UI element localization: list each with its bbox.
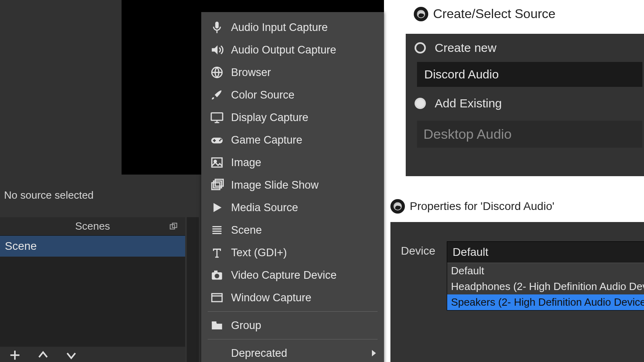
svg-rect-4 (215, 22, 219, 29)
ctx-media-source[interactable]: Media Source (201, 196, 384, 219)
ctx-text-gdi[interactable]: Text (GDI+) (201, 241, 384, 264)
dialog-title: Create/Select Source (433, 6, 555, 21)
ctx-label: Text (GDI+) (231, 247, 287, 259)
dialog-title: Properties for 'Discord Audio' (410, 200, 554, 213)
move-down-icon[interactable] (65, 349, 77, 361)
ctx-color-source[interactable]: Color Source (201, 84, 384, 106)
ctx-label: Image (231, 156, 261, 169)
ctx-image-slide-show[interactable]: Image Slide Show (201, 174, 384, 196)
svg-point-26 (215, 274, 219, 278)
monitor-icon (210, 111, 224, 124)
ctx-window-capture[interactable]: Window Capture (201, 286, 384, 309)
ctx-label: Scene (231, 224, 262, 237)
source-name-input[interactable]: Discord Audio (417, 62, 642, 87)
properties-dialog: Device Default Default Headphones (2- Hi… (390, 222, 644, 362)
ctx-audio-output-capture[interactable]: Audio Output Capture (201, 39, 384, 61)
ctx-label: Window Capture (231, 292, 312, 304)
svg-rect-27 (214, 271, 218, 272)
ctx-separator (208, 311, 378, 312)
scenes-panel-header: Scenes (0, 217, 185, 236)
radio-add-existing[interactable]: Add Existing (406, 87, 644, 117)
sources-panel-edge (187, 217, 199, 362)
stack-icon (210, 178, 224, 192)
ctx-browser[interactable]: Browser (201, 61, 384, 84)
blank-icon (210, 346, 224, 360)
scenes-list[interactable]: Scene (0, 236, 185, 356)
ctx-label: Video Capture Device (231, 269, 336, 282)
properties-dialog-header: Properties for 'Discord Audio' (390, 199, 554, 214)
ctx-label: Deprecated (231, 347, 287, 360)
svg-rect-15 (212, 158, 222, 167)
text-icon (210, 246, 224, 259)
svg-marker-20 (214, 203, 222, 212)
no-source-label: No source selected (4, 189, 94, 202)
move-up-icon[interactable] (37, 349, 49, 361)
ctx-label: Browser (231, 66, 271, 79)
device-label: Device (401, 241, 436, 257)
ctx-label: Color Source (231, 89, 295, 101)
undock-icon[interactable] (169, 222, 178, 231)
device-option[interactable]: Default (447, 263, 644, 279)
ctx-scene[interactable]: Scene (201, 219, 384, 241)
ctx-label: Media Source (231, 202, 298, 214)
window-icon (210, 291, 224, 304)
add-scene-icon[interactable] (9, 349, 21, 361)
radio-label: Create new (435, 41, 496, 55)
svg-point-11 (219, 140, 221, 141)
obs-logo-icon (414, 7, 428, 21)
svg-rect-10 (211, 138, 223, 143)
ctx-label: Group (231, 319, 261, 332)
ctx-label: Audio Input Capture (231, 21, 328, 34)
ctx-video-capture-device[interactable]: Video Capture Device (201, 264, 384, 286)
camera-icon (210, 268, 224, 282)
ctx-audio-input-capture[interactable]: Audio Input Capture (201, 16, 384, 39)
device-option[interactable]: Speakers (2- High Definition Audio Devic… (447, 294, 644, 310)
svg-rect-28 (212, 294, 222, 302)
list-icon (210, 223, 224, 237)
brush-icon (210, 88, 224, 102)
ctx-label: Audio Output Capture (231, 44, 336, 56)
svg-marker-5 (212, 45, 217, 55)
ctx-deprecated[interactable]: Deprecated (201, 342, 384, 362)
svg-rect-30 (212, 321, 216, 323)
gamepad-icon (210, 133, 224, 147)
scenes-toolbar (0, 347, 185, 362)
obs-logo-icon (390, 199, 405, 214)
radio-create-new[interactable]: Create new (406, 34, 644, 62)
device-dropdown[interactable]: Default Default Headphones (2- High Defi… (447, 241, 644, 311)
device-options-list: Default Headphones (2- High Definition A… (447, 263, 644, 310)
scene-item[interactable]: Scene (0, 236, 185, 257)
ctx-image[interactable]: Image (201, 151, 384, 174)
ctx-label: Display Capture (231, 111, 308, 124)
ctx-label: Image Slide Show (231, 179, 319, 191)
add-source-context-menu: Audio Input Capture Audio Output Capture… (201, 12, 384, 362)
ctx-label: Game Capture (231, 134, 302, 146)
device-selected-value: Default (447, 242, 644, 263)
svg-rect-14 (214, 139, 215, 142)
create-select-source-header: Create/Select Source (414, 6, 555, 21)
ctx-game-capture[interactable]: Game Capture (201, 129, 384, 151)
svg-rect-7 (211, 113, 223, 120)
ctx-display-capture[interactable]: Display Capture (201, 106, 384, 129)
globe-icon (210, 66, 224, 79)
play-icon (210, 201, 224, 214)
ctx-separator (208, 339, 378, 339)
device-option[interactable]: Headphones (2- High Definition Audio Dev… (447, 279, 644, 294)
svg-point-12 (220, 139, 222, 140)
folder-icon (210, 319, 224, 332)
existing-sources-list[interactable]: Desktop Audio (417, 121, 642, 148)
radio-checked-icon (415, 98, 426, 109)
scenes-header-label: Scenes (75, 220, 110, 232)
create-select-source-dialog: Create new Discord Audio Add Existing De… (406, 34, 644, 176)
image-icon (210, 156, 224, 169)
radio-unchecked-icon (415, 42, 426, 53)
ctx-group[interactable]: Group (201, 314, 384, 337)
microphone-icon (210, 21, 224, 34)
radio-label: Add Existing (435, 97, 502, 110)
speaker-icon (210, 43, 224, 57)
